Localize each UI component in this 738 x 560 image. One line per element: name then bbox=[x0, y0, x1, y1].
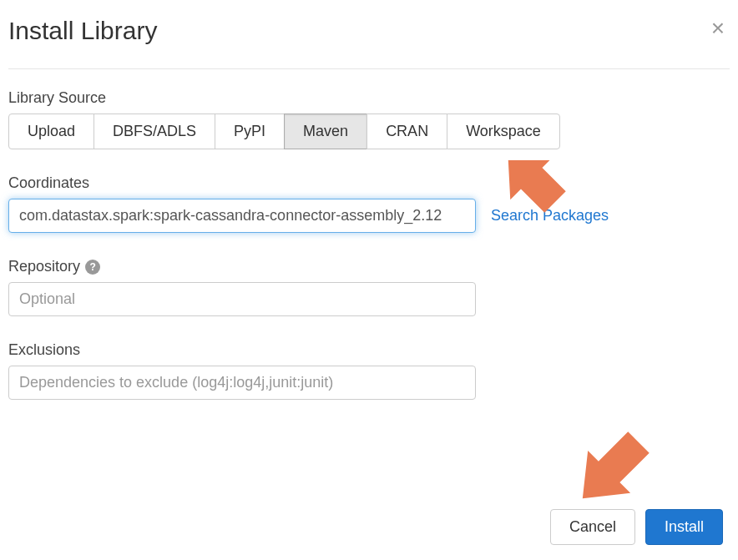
tab-pypi[interactable]: PyPI bbox=[215, 114, 285, 149]
close-icon: × bbox=[711, 15, 725, 41]
coordinates-group: Coordinates Search Packages bbox=[8, 174, 730, 233]
coordinates-label: Coordinates bbox=[8, 174, 730, 192]
help-icon[interactable]: ? bbox=[85, 260, 100, 275]
modal-header: Install Library × bbox=[8, 17, 730, 69]
repository-group: Repository ? bbox=[8, 258, 730, 316]
search-packages-link[interactable]: Search Packages bbox=[491, 207, 609, 225]
library-source-group: Library Source Upload DBFS/ADLS PyPI Mav… bbox=[8, 89, 730, 149]
tab-workspace[interactable]: Workspace bbox=[447, 114, 560, 149]
repository-label: Repository ? bbox=[8, 258, 730, 275]
install-library-modal: Install Library × Library Source Upload … bbox=[0, 0, 738, 433]
tab-maven[interactable]: Maven bbox=[284, 114, 367, 149]
coordinates-row: Search Packages bbox=[8, 199, 730, 233]
exclusions-input[interactable] bbox=[8, 366, 476, 400]
tab-upload[interactable]: Upload bbox=[8, 114, 94, 149]
library-source-label: Library Source bbox=[8, 89, 730, 107]
coordinates-input[interactable] bbox=[8, 199, 476, 233]
repository-label-text: Repository bbox=[8, 258, 80, 275]
exclusions-group: Exclusions bbox=[8, 341, 730, 400]
tab-cran[interactable]: CRAN bbox=[366, 114, 447, 149]
cancel-button[interactable]: Cancel bbox=[550, 509, 635, 545]
close-button[interactable]: × bbox=[706, 17, 730, 40]
library-source-tabs: Upload DBFS/ADLS PyPI Maven CRAN Workspa… bbox=[8, 114, 730, 149]
tab-dbfs-adls[interactable]: DBFS/ADLS bbox=[94, 114, 215, 149]
install-button[interactable]: Install bbox=[645, 509, 723, 545]
repository-input[interactable] bbox=[8, 282, 476, 316]
svg-marker-1 bbox=[580, 421, 660, 520]
modal-title: Install Library bbox=[8, 17, 157, 45]
exclusions-label: Exclusions bbox=[8, 341, 730, 359]
modal-footer: Cancel Install bbox=[550, 509, 723, 545]
